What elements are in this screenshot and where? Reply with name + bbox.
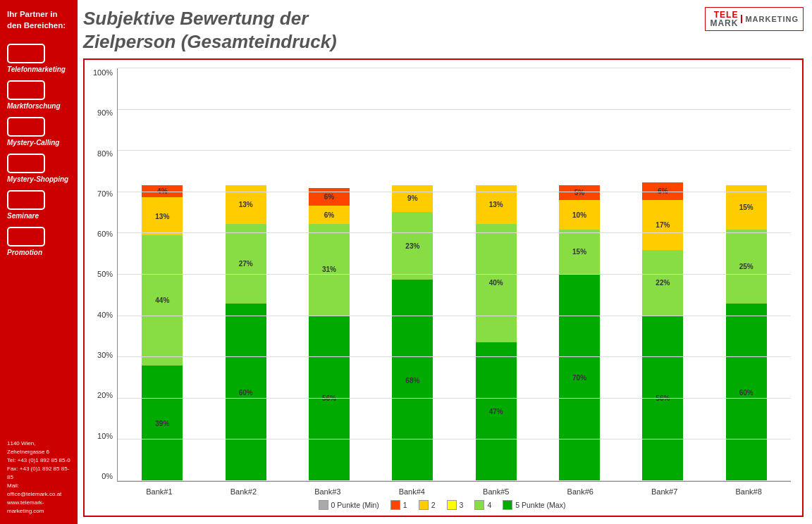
bar-stack: 56%22%17%6% <box>642 182 683 481</box>
legend-color-box <box>474 500 484 510</box>
bar-segment-seg2: 15% <box>726 185 767 230</box>
x-axis-label: Bank#8 <box>724 487 773 496</box>
bar-stack: 60%25%15% <box>726 185 767 481</box>
header: Subjektive Bewertung der Zielperson (Ges… <box>83 7 804 53</box>
sidebar-footer: 1140 Wien, Zehetnergasse 6 Tel: +43 (0)1… <box>7 439 70 516</box>
bar-group: 56%31%6%6% <box>304 188 354 481</box>
telefonmarketing-icon <box>7 44 45 63</box>
sidebar: Ihr Partner in den Bereichen: Telefonmar… <box>0 0 78 524</box>
sidebar-item-mystery-calling: Mystery-Calling <box>7 117 70 146</box>
bar-segment-seg4: 22% <box>642 250 683 315</box>
bar-segment-seg5: 56% <box>309 316 350 481</box>
bar-segment-seg5: 56% <box>642 316 683 481</box>
logo-marketing: MARKETING <box>741 15 799 23</box>
bar-segment-seg2: 13% <box>476 185 517 224</box>
bar-segment-seg5: 39% <box>142 366 183 481</box>
legend-item: 3 <box>447 500 464 510</box>
x-axis-label: Bank#5 <box>472 487 521 496</box>
sidebar-label-mystery-calling: Mystery-Calling <box>7 139 59 146</box>
sidebar-label-promotion: Promotion <box>7 249 42 256</box>
logo: TELE MARK MARKETING <box>705 7 804 31</box>
x-axis-label: Bank#3 <box>303 487 352 496</box>
x-axis-label: Bank#7 <box>640 487 689 496</box>
sidebar-label-seminare: Seminare <box>7 212 39 220</box>
bar-segment-seg4: 27% <box>226 224 266 304</box>
sidebar-item-promotion: Promotion <box>7 227 70 256</box>
bar-segment-seg2: 6% <box>309 206 350 223</box>
y-axis-label: 60% <box>97 230 113 238</box>
y-axis: 100%90%80%70%60%50%40%30%20%10%0% <box>93 68 117 496</box>
legend-label: 0 Punkte (Min) <box>331 501 379 509</box>
legend-item: 2 <box>419 500 436 510</box>
x-axis-label: Bank#1 <box>135 487 184 496</box>
bar-segment-seg4: 31% <box>309 224 350 316</box>
bar-stack: 56%31%6%6% <box>309 188 350 481</box>
promotion-icon <box>7 227 45 247</box>
bar-group: 47%40%13% <box>472 185 521 481</box>
sidebar-item-mystery-shopping: Mystery-Shopping <box>7 154 70 183</box>
bar-segment-seg4: 23% <box>392 212 433 280</box>
chart-container: 100%90%80%70%60%50%40%30%20%10%0% 39%44%… <box>83 58 804 517</box>
bar-segment-seg4: 40% <box>476 224 517 342</box>
x-axis-label: Bank#2 <box>219 487 268 496</box>
bar-group: 60%25%15% <box>722 185 771 481</box>
y-axis-label: 70% <box>97 189 113 198</box>
bar-segment-seg4: 15% <box>559 230 600 274</box>
logo-mark: MARK <box>710 19 738 27</box>
legend-item: 0 Punkte (Min) <box>319 500 379 510</box>
marktforschung-icon <box>7 80 45 100</box>
bar-group: 70%15%10%5% <box>555 185 604 481</box>
legend-label: 4 <box>487 501 491 509</box>
legend-item: 5 Punkte (Max) <box>503 500 565 510</box>
mystery-shopping-icon <box>7 154 45 173</box>
y-axis-label: 100% <box>93 68 113 77</box>
bar-stack: 39%44%13%4% <box>142 185 183 481</box>
bars-area: 39%44%13%4%60%27%13%56%31%6%6%68%23%9%47… <box>117 68 791 482</box>
legend-label: 5 Punkte (Max) <box>515 501 565 509</box>
logo-left: TELE MARK <box>710 11 738 27</box>
bar-segment-seg2: 17% <box>642 200 683 250</box>
sidebar-item-seminare: Seminare <box>7 190 70 220</box>
bar-segment-seg2: 10% <box>559 200 600 230</box>
y-axis-label: 20% <box>97 391 113 399</box>
seminare-icon <box>7 190 45 210</box>
y-axis-label: 40% <box>97 311 113 319</box>
bar-stack: 47%40%13% <box>476 185 517 481</box>
bar-stack: 70%15%10%5% <box>559 185 600 481</box>
legend-color-box <box>419 500 429 510</box>
bar-segment-seg5: 60% <box>726 304 767 481</box>
y-axis-label: 0% <box>102 472 113 480</box>
main-content: Subjektive Bewertung der Zielperson (Ges… <box>78 0 812 524</box>
bar-group: 39%44%13%4% <box>137 185 187 481</box>
sidebar-label-mystery-shopping: Mystery-Shopping <box>7 175 68 183</box>
bar-segment-seg2: 13% <box>142 197 183 236</box>
sidebar-item-telefonmarketing: Telefonmarketing <box>7 44 70 73</box>
mystery-calling-icon <box>7 117 45 137</box>
sidebar-label-marktforschung: Marktforschung <box>7 102 61 110</box>
chart-legend: 0 Punkte (Min)12345 Punkte (Max) <box>93 496 791 510</box>
bar-group: 68%23%9% <box>388 185 437 481</box>
bar-segment-seg5: 70% <box>559 274 600 481</box>
bar-segment-seg4: 44% <box>142 235 183 366</box>
bar-stack: 60%27%13% <box>226 185 266 481</box>
bar-segment-seg1: 4% <box>142 185 183 197</box>
legend-color-box <box>390 500 400 510</box>
bar-segment-seg1: 5% <box>559 185 600 200</box>
bar-segment-seg1: 6% <box>309 188 350 206</box>
bar-segment-seg5: 47% <box>476 342 517 481</box>
legend-label: 2 <box>431 501 436 509</box>
bar-segment-seg2: 9% <box>392 185 433 212</box>
bar-segment-seg2: 13% <box>226 185 266 224</box>
legend-color-box <box>447 500 457 510</box>
bar-segment-seg1: 6% <box>642 182 683 200</box>
y-axis-label: 80% <box>97 149 113 158</box>
bar-segment-seg5: 68% <box>392 280 433 481</box>
bar-segment-seg5: 60% <box>226 304 266 481</box>
sidebar-item-marktforschung: Marktforschung <box>7 80 70 110</box>
bar-group: 56%22%17%6% <box>638 182 687 481</box>
y-axis-label: 50% <box>97 270 113 278</box>
y-axis-label: 10% <box>97 432 113 440</box>
bar-segment-seg4: 25% <box>726 230 767 304</box>
legend-color-box <box>503 500 512 510</box>
bar-stack: 68%23%9% <box>392 185 433 481</box>
